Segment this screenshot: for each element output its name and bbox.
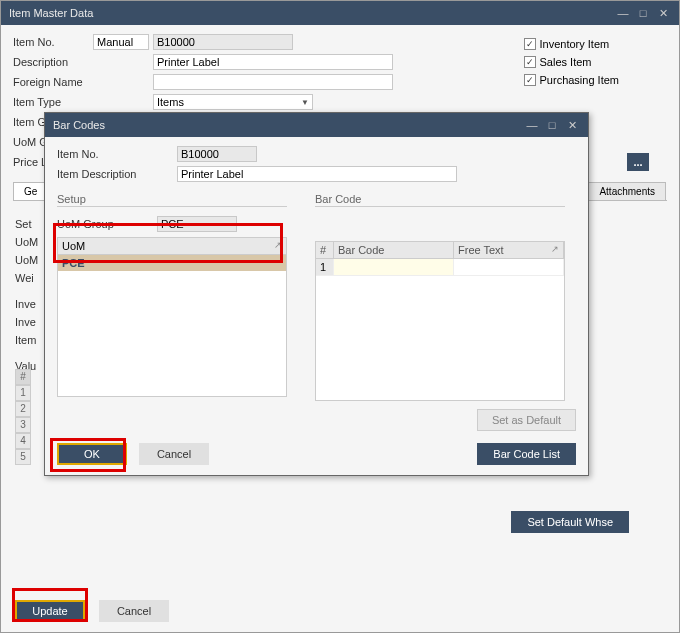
row-2[interactable]: 2 bbox=[15, 401, 31, 417]
item-type-dropdown[interactable]: Items▼ bbox=[153, 94, 313, 110]
col-num: # bbox=[316, 242, 334, 258]
sales-checkbox[interactable]: ✓ bbox=[524, 56, 536, 68]
row-3[interactable]: 3 bbox=[15, 417, 31, 433]
bc-row1-freetext[interactable] bbox=[454, 259, 564, 275]
close-icon[interactable]: ✕ bbox=[655, 6, 671, 20]
expand-icon[interactable]: ↗ bbox=[274, 240, 282, 252]
purchasing-label: Purchasing Item bbox=[540, 74, 619, 86]
uom-group-field: PCE bbox=[157, 216, 237, 232]
cancel-button[interactable]: Cancel bbox=[99, 600, 169, 622]
item-type-label: Item Type bbox=[13, 96, 93, 108]
description-field[interactable]: Printer Label bbox=[153, 54, 393, 70]
col-barcode: Bar Code bbox=[334, 242, 454, 258]
modal-item-no-field: B10000 bbox=[177, 146, 257, 162]
modal-titlebar: Bar Codes — □ ✕ bbox=[45, 113, 588, 137]
description-label: Description bbox=[13, 56, 93, 68]
chevron-down-icon: ▼ bbox=[301, 98, 309, 107]
item-no-label: Item No. bbox=[13, 36, 93, 48]
item-flags: ✓Inventory Item ✓Sales Item ✓Purchasing … bbox=[524, 35, 619, 89]
foreign-name-label: Foreign Name bbox=[13, 76, 93, 88]
obscured-labels: Set UoM UoM Wei Inve Inve Item Valu bbox=[15, 215, 38, 375]
modal-item-desc-label: Item Description bbox=[57, 168, 177, 180]
uom-row-pce[interactable]: PCE bbox=[58, 255, 286, 271]
bc-row1-num: 1 bbox=[316, 259, 334, 275]
main-titlebar: Item Master Data — □ ✕ bbox=[1, 1, 679, 25]
inventory-label: Inventory Item bbox=[540, 38, 610, 50]
row-4[interactable]: 4 bbox=[15, 433, 31, 449]
col-freetext: Free Text↗ bbox=[454, 242, 564, 258]
set-as-default-button[interactable]: Set as Default bbox=[477, 409, 576, 431]
bc-row1-barcode[interactable] bbox=[334, 259, 454, 275]
purchasing-checkbox[interactable]: ✓ bbox=[524, 74, 536, 86]
update-button[interactable]: Update bbox=[15, 600, 85, 622]
ellipsis-button[interactable]: ... bbox=[627, 153, 649, 171]
barcode-table: # Bar Code Free Text↗ 1 bbox=[315, 241, 565, 401]
setup-header: Setup bbox=[57, 193, 287, 207]
row-grid: # 1 2 3 4 5 bbox=[15, 369, 31, 465]
ok-button[interactable]: OK bbox=[57, 443, 127, 465]
modal-title: Bar Codes bbox=[53, 119, 105, 131]
inventory-checkbox[interactable]: ✓ bbox=[524, 38, 536, 50]
item-no-field[interactable]: B10000 bbox=[153, 34, 293, 50]
row-1[interactable]: 1 bbox=[15, 385, 31, 401]
uom-group-label: UoM Group bbox=[57, 218, 157, 230]
uom-list[interactable]: UoM↗ PCE bbox=[57, 237, 287, 397]
sales-label: Sales Item bbox=[540, 56, 592, 68]
main-title: Item Master Data bbox=[9, 7, 93, 19]
maximize-icon[interactable]: □ bbox=[635, 6, 651, 20]
uom-col-header: UoM bbox=[62, 240, 85, 252]
expand-icon[interactable]: ↗ bbox=[551, 244, 559, 256]
item-no-mode-dropdown[interactable]: Manual bbox=[93, 34, 149, 50]
modal-maximize-icon[interactable]: □ bbox=[544, 118, 560, 132]
set-default-whse-button[interactable]: Set Default Whse bbox=[511, 511, 629, 533]
barcodes-dialog: Bar Codes — □ ✕ Item No. B10000 Item Des… bbox=[44, 112, 589, 476]
modal-close-icon[interactable]: ✕ bbox=[564, 118, 580, 132]
minimize-icon[interactable]: — bbox=[615, 6, 631, 20]
barcode-header: Bar Code bbox=[315, 193, 565, 207]
modal-item-no-label: Item No. bbox=[57, 148, 177, 160]
modal-cancel-button[interactable]: Cancel bbox=[139, 443, 209, 465]
foreign-name-field[interactable] bbox=[153, 74, 393, 90]
barcode-list-button[interactable]: Bar Code List bbox=[477, 443, 576, 465]
modal-item-desc-field: Printer Label bbox=[177, 166, 457, 182]
modal-minimize-icon[interactable]: — bbox=[524, 118, 540, 132]
row-grid-header: # bbox=[15, 369, 31, 385]
tab-attachments[interactable]: Attachments bbox=[588, 182, 666, 200]
row-5[interactable]: 5 bbox=[15, 449, 31, 465]
